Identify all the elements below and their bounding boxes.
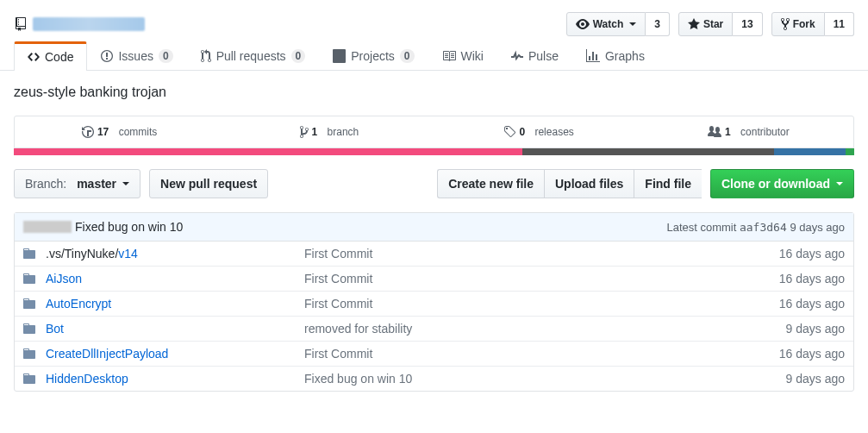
chevron-down-icon <box>836 182 843 189</box>
commit-author-redacted <box>23 221 72 233</box>
lang-segment <box>846 148 854 155</box>
tab-pulse[interactable]: Pulse <box>497 41 572 70</box>
folder-icon <box>23 322 37 336</box>
new-pr-button[interactable]: New pull request <box>149 169 268 198</box>
file-name[interactable]: .vs/TinyNuke/v14 <box>46 247 304 260</box>
file-age: 9 days ago <box>786 322 846 336</box>
pr-icon <box>201 49 211 63</box>
create-file-button[interactable]: Create new file <box>437 169 544 198</box>
tag-icon <box>503 125 515 139</box>
history-icon <box>82 125 94 139</box>
stat-branches[interactable]: 1 branch <box>224 116 434 147</box>
book-icon <box>442 49 456 63</box>
file-name[interactable]: HiddenDesktop <box>46 372 304 386</box>
chevron-down-icon <box>629 22 636 29</box>
file-row: AutoEncryptFirst Commit16 days ago <box>15 292 853 317</box>
file-commit-message[interactable]: First Commit <box>304 347 779 361</box>
tab-code[interactable]: Code <box>14 41 87 71</box>
folder-icon <box>23 247 37 260</box>
upload-files-button[interactable]: Upload files <box>544 169 634 198</box>
star-group[interactable]: Star 13 <box>678 12 763 36</box>
fork-group[interactable]: Fork 11 <box>771 12 854 36</box>
branch-icon <box>300 125 309 139</box>
commit-age: 9 days ago <box>790 221 845 234</box>
tab-projects[interactable]: Projects0 <box>319 41 428 70</box>
repo-title <box>14 17 145 31</box>
watch-count[interactable]: 3 <box>646 12 670 36</box>
file-age: 16 days ago <box>779 272 845 286</box>
file-name[interactable]: Bot <box>46 322 304 336</box>
file-name[interactable]: AutoEncrypt <box>46 297 304 311</box>
file-commit-message[interactable]: First Commit <box>304 247 779 260</box>
star-count[interactable]: 13 <box>733 12 762 36</box>
commit-message[interactable]: Fixed bug on win 10 <box>75 220 183 234</box>
tab-pulls[interactable]: Pull requests0 <box>187 41 320 70</box>
file-row: HiddenDesktopFixed bug on win 109 days a… <box>15 367 853 391</box>
eye-icon <box>576 17 590 31</box>
file-row: AiJsonFirst Commit16 days ago <box>15 267 853 292</box>
star-label: Star <box>703 16 723 33</box>
file-commit-message[interactable]: Fixed bug on win 10 <box>304 372 786 386</box>
pulse-icon <box>511 49 523 63</box>
stats-bar: 17 commits 1 branch 0 releases 1 contrib… <box>14 116 854 148</box>
stat-releases[interactable]: 0 releases <box>434 116 644 147</box>
commit-sha[interactable]: aaf3d64 <box>740 221 787 234</box>
fork-icon <box>781 17 790 31</box>
fork-label: Fork <box>793 16 815 33</box>
file-row: .vs/TinyNuke/v14First Commit16 days ago <box>15 242 853 267</box>
file-age: 16 days ago <box>779 347 845 361</box>
repo-description: zeus-style banking trojan <box>0 71 868 116</box>
project-icon <box>333 49 346 63</box>
folder-icon <box>23 372 37 386</box>
people-icon <box>708 125 721 139</box>
folder-icon <box>23 347 37 361</box>
file-row: Botremoved for stability9 days ago <box>15 317 853 342</box>
tab-issues[interactable]: Issues0 <box>87 41 186 70</box>
folder-icon <box>23 272 37 286</box>
file-age: 16 days ago <box>779 297 845 311</box>
lang-segment <box>522 148 775 155</box>
language-bar[interactable] <box>14 148 854 155</box>
issue-icon <box>101 49 113 63</box>
stat-contributors[interactable]: 1 contributor <box>644 116 853 147</box>
graph-icon <box>586 49 600 63</box>
file-age: 16 days ago <box>779 247 845 260</box>
file-name[interactable]: CreateDllInjectPayload <box>46 347 304 361</box>
repo-icon <box>14 17 28 31</box>
code-icon <box>28 50 40 64</box>
watch-group[interactable]: Watch 3 <box>566 12 670 36</box>
branch-select-button[interactable]: Branch: master <box>14 169 141 198</box>
find-file-button[interactable]: Find file <box>634 169 702 198</box>
latest-commit-row: Fixed bug on win 10 Latest commit aaf3d6… <box>15 213 853 242</box>
chevron-down-icon <box>122 182 129 189</box>
fork-count[interactable]: 11 <box>825 12 854 36</box>
star-icon <box>688 17 700 31</box>
lang-segment <box>14 148 522 155</box>
clone-download-button[interactable]: Clone or download <box>710 169 854 198</box>
stat-commits[interactable]: 17 commits <box>15 116 224 147</box>
file-row: CreateDllInjectPayloadFirst Commit16 day… <box>15 342 853 367</box>
file-commit-message[interactable]: removed for stability <box>304 322 786 336</box>
repo-name-redacted <box>33 17 145 31</box>
tab-graphs[interactable]: Graphs <box>572 41 659 70</box>
file-age: 9 days ago <box>786 372 846 386</box>
tab-wiki[interactable]: Wiki <box>428 41 497 70</box>
lang-segment <box>774 148 846 155</box>
watch-label: Watch <box>593 16 624 33</box>
file-name[interactable]: AiJson <box>46 272 304 286</box>
file-commit-message[interactable]: First Commit <box>304 272 779 286</box>
folder-icon <box>23 297 37 311</box>
file-commit-message[interactable]: First Commit <box>304 297 779 311</box>
